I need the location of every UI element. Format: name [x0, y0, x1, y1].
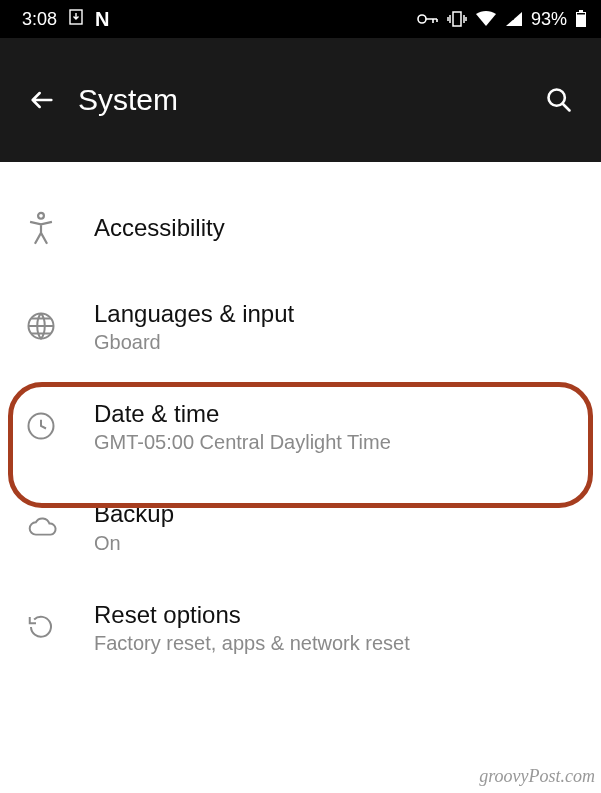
search-icon — [545, 86, 573, 114]
row-title: Accessibility — [94, 212, 583, 243]
netflix-icon: N — [95, 8, 108, 31]
wifi-icon — [475, 11, 497, 27]
row-title: Backup — [94, 498, 583, 529]
status-bar: 3:08 N x 93% — [0, 0, 601, 38]
svg-rect-6 — [577, 13, 585, 15]
settings-list: Accessibility Languages & input Gboard D… — [0, 162, 601, 677]
reset-icon — [18, 612, 82, 642]
page-title: System — [78, 83, 178, 117]
row-title: Reset options — [94, 599, 583, 630]
vibrate-icon — [447, 10, 467, 28]
watermark: groovyPost.com — [479, 766, 595, 787]
accessibility-icon — [18, 211, 82, 245]
row-date-time[interactable]: Date & time GMT-05:00 Central Daylight T… — [0, 376, 601, 476]
battery-icon — [575, 10, 587, 28]
row-title: Languages & input — [94, 298, 583, 329]
svg-rect-5 — [579, 10, 583, 12]
battery-percent: 93% — [531, 9, 567, 30]
cloud-icon — [18, 514, 82, 538]
row-subtitle: Gboard — [94, 331, 583, 354]
download-icon — [69, 9, 83, 30]
key-icon — [417, 12, 439, 26]
arrow-left-icon — [28, 86, 56, 114]
clock-icon — [18, 411, 82, 441]
status-time: 3:08 — [22, 9, 57, 30]
search-button[interactable] — [535, 76, 583, 124]
row-reset-options[interactable]: Reset options Factory reset, apps & netw… — [0, 577, 601, 677]
row-backup[interactable]: Backup On — [0, 476, 601, 576]
svg-rect-2 — [453, 12, 461, 26]
back-button[interactable] — [18, 76, 66, 124]
app-bar: System — [0, 38, 601, 162]
svg-point-8 — [38, 213, 44, 219]
signal-icon: x — [505, 11, 523, 27]
svg-text:x: x — [509, 12, 514, 22]
row-subtitle: On — [94, 532, 583, 555]
row-subtitle: GMT-05:00 Central Daylight Time — [94, 431, 583, 454]
globe-icon — [18, 311, 82, 341]
row-accessibility[interactable]: Accessibility — [0, 180, 601, 276]
row-languages[interactable]: Languages & input Gboard — [0, 276, 601, 376]
svg-point-1 — [418, 15, 426, 23]
row-title: Date & time — [94, 398, 583, 429]
row-subtitle: Factory reset, apps & network reset — [94, 632, 583, 655]
